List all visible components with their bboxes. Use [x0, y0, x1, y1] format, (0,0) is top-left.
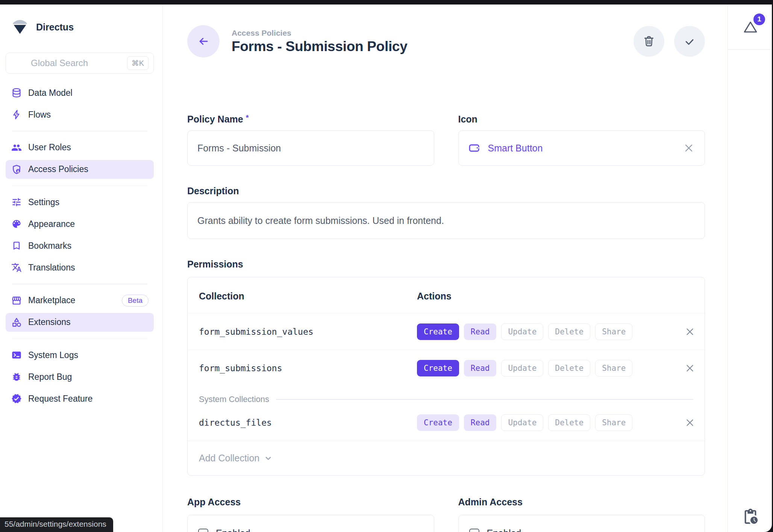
group-icon — [11, 142, 22, 153]
brand-name: Directus — [36, 22, 74, 33]
sidebar-item-label: Report Bug — [28, 372, 72, 382]
app-access-checkbox-label: Enabled — [216, 528, 250, 532]
status-bar-url: 55/admin/settings/extensions — [0, 517, 113, 532]
back-button[interactable] — [187, 25, 220, 57]
sidebar-item-label: User Roles — [28, 142, 71, 153]
sidebar-item-request-feature[interactable]: Request Feature — [6, 389, 154, 408]
search-placeholder: Global Search — [31, 58, 127, 68]
remove-collection-icon[interactable] — [684, 326, 696, 337]
permissions-section: Permissions Collection Actions form_subm… — [187, 259, 705, 476]
delete-policy-button[interactable] — [634, 26, 664, 57]
app-access-checkbox[interactable] — [198, 529, 208, 532]
action-chip-share[interactable]: Share — [595, 360, 632, 376]
policy-name-input[interactable]: Forms - Submission — [187, 130, 434, 166]
clear-icon[interactable] — [683, 142, 695, 154]
sidebar-item-access-policies[interactable]: Access Policies — [6, 160, 154, 179]
sidebar: Directus Global Search ⌘K Data ModelFlow… — [0, 5, 163, 532]
shield-person-icon — [11, 164, 22, 175]
sidebar-item-label: Request Feature — [28, 394, 92, 404]
icon-label: Icon — [458, 114, 705, 125]
translate-icon — [11, 262, 22, 273]
action-chip-update[interactable]: Update — [501, 360, 543, 376]
action-chip-delete[interactable]: Delete — [548, 360, 590, 376]
smart-button-icon — [468, 142, 481, 154]
sidebar-item-settings[interactable]: Settings — [6, 193, 154, 212]
permission-row-form-submission-values: form_submission_valuesCreateReadUpdateDe… — [188, 313, 705, 350]
sidebar-item-report-bug[interactable]: Report Bug — [6, 367, 154, 386]
notification-count-badge: 1 — [753, 14, 765, 25]
search-shortcut-badge: ⌘K — [127, 56, 149, 70]
policy-name-field: Policy Name * Forms - Submission — [187, 114, 434, 166]
required-asterisk: * — [246, 114, 249, 125]
check-icon — [682, 34, 697, 48]
add-collection-button[interactable]: Add Collection — [188, 441, 705, 475]
permissions-table-header: Collection Actions — [188, 277, 705, 313]
icon-input[interactable]: Smart Button — [458, 130, 705, 166]
sidebar-item-extensions[interactable]: Extensions — [6, 313, 154, 332]
global-search-input[interactable]: Global Search ⌘K — [6, 53, 154, 74]
action-chip-create[interactable]: Create — [417, 323, 459, 340]
admin-access-label: Admin Access — [458, 497, 705, 508]
remove-collection-icon[interactable] — [684, 417, 696, 428]
collection-column-header: Collection — [199, 291, 417, 302]
bolt-icon — [11, 109, 22, 120]
sidebar-item-system-logs[interactable]: System Logs — [6, 346, 154, 364]
description-field: Description Grants ability to create for… — [187, 186, 705, 239]
palette-icon — [11, 219, 22, 229]
action-chip-read[interactable]: Read — [464, 323, 497, 340]
action-chip-create[interactable]: Create — [417, 414, 459, 431]
policy-name-value: Forms - Submission — [197, 143, 281, 154]
admin-access-checkbox[interactable] — [469, 529, 479, 532]
trash-icon — [642, 34, 656, 48]
right-rail: 1 — [728, 5, 773, 532]
policy-name-label: Policy Name * — [187, 114, 434, 125]
page-title: Forms - Submission Policy — [232, 39, 407, 54]
sidebar-item-label: Extensions — [28, 317, 71, 327]
action-chip-delete[interactable]: Delete — [548, 323, 590, 340]
notifications-button[interactable]: 1 — [741, 18, 760, 36]
database-icon — [11, 88, 22, 98]
sidebar-item-translations[interactable]: Translations — [6, 258, 154, 277]
sidebar-item-bookmarks[interactable]: Bookmarks — [6, 236, 154, 255]
arrow-left-icon — [196, 34, 211, 48]
save-policy-button[interactable] — [674, 26, 705, 57]
sidebar-divider — [12, 186, 147, 186]
permissions-table: Collection Actions form_submission_value… — [187, 277, 705, 476]
breadcrumb: Access Policies — [232, 29, 407, 38]
icon-value: Smart Button — [488, 143, 543, 154]
collection-name: form_submissions — [199, 363, 417, 373]
action-chip-update[interactable]: Update — [501, 323, 543, 340]
action-chip-delete[interactable]: Delete — [548, 414, 590, 431]
app-access-field: App Access Enabled — [187, 497, 434, 532]
action-chip-create[interactable]: Create — [417, 360, 459, 376]
sidebar-item-flows[interactable]: Flows — [6, 105, 154, 124]
bookmark-icon — [11, 240, 22, 251]
sidebar-item-label: Bookmarks — [28, 241, 71, 251]
sidebar-item-label: Flows — [28, 110, 51, 120]
sidebar-item-label: Data Model — [28, 88, 73, 98]
sidebar-item-data-model[interactable]: Data Model — [6, 83, 154, 102]
sidebar-nav: Data ModelFlowsUser RolesAccess Policies… — [0, 83, 162, 408]
action-chip-share[interactable]: Share — [595, 323, 632, 340]
action-chip-read[interactable]: Read — [464, 414, 497, 431]
sidebar-item-appearance[interactable]: Appearance — [6, 215, 154, 233]
sidebar-item-label: Translations — [28, 263, 75, 273]
app-access-box: Enabled — [187, 515, 434, 532]
sidebar-divider — [12, 339, 147, 339]
sidebar-item-label: Access Policies — [28, 164, 88, 174]
collection-name: directus_files — [199, 418, 417, 428]
add-collection-label: Add Collection — [199, 453, 259, 464]
tune-icon — [11, 197, 22, 207]
directus-logo-icon — [11, 20, 29, 35]
system-collections-label: System Collections — [199, 394, 269, 404]
permission-row-form-submissions: form_submissionsCreateReadUpdateDeleteSh… — [188, 350, 705, 386]
action-chip-share[interactable]: Share — [595, 414, 632, 431]
action-chip-read[interactable]: Read — [464, 360, 497, 376]
sidebar-item-marketplace[interactable]: MarketplaceBeta — [6, 291, 154, 310]
sidebar-item-user-roles[interactable]: User Roles — [6, 138, 154, 157]
beta-badge: Beta — [122, 295, 149, 307]
description-label: Description — [187, 186, 705, 196]
action-chip-update[interactable]: Update — [501, 414, 543, 431]
remove-collection-icon[interactable] — [684, 363, 696, 374]
description-input[interactable]: Grants ability to create form submission… — [187, 202, 705, 239]
